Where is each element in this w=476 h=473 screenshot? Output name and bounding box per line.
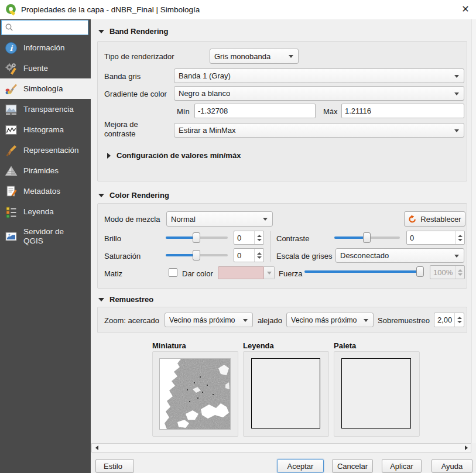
colorize-color-swatch[interactable] <box>218 266 264 279</box>
histogram-icon <box>4 123 18 137</box>
zoom-in-combo[interactable]: Vecino más próximo <box>165 313 253 327</box>
help-button[interactable]: Ayuda <box>432 459 472 473</box>
rendering-icon <box>4 143 18 157</box>
sidebar-item-label: Leyenda <box>23 207 54 217</box>
contrast-slider[interactable] <box>334 232 400 243</box>
titlebar: Propiedades de la capa - dNBR_Final | Si… <box>0 0 476 19</box>
minmax-settings-collapsible[interactable]: Configuración de valores mín/máx <box>107 151 241 160</box>
search-input[interactable] <box>14 23 83 32</box>
sidebar-item-leyenda[interactable]: Leyenda <box>0 201 91 222</box>
apply-button-label: Aplicar <box>390 462 413 471</box>
reset-button[interactable]: Restablecer <box>404 211 465 227</box>
palette-title: Paleta <box>334 341 356 350</box>
oversampling-spinbox[interactable]: 2,00 <box>434 313 464 327</box>
gradient-value: Negro a blanco <box>179 89 230 98</box>
slider-thumb[interactable] <box>193 232 200 243</box>
zoom-in-label: Zoom: acercado <box>104 316 159 325</box>
renderer-type-value: Gris monobanda <box>214 52 270 61</box>
grayscale-combo[interactable]: Desconectado <box>335 248 464 263</box>
sidebar-item-histograma[interactable]: Histograma <box>0 119 91 140</box>
sidebar-item-metadatos[interactable]: Metadatos <box>0 181 91 201</box>
slider-thumb[interactable] <box>363 232 371 243</box>
contrast-value: 0 <box>407 234 455 242</box>
cancel-button[interactable]: Cancelar <box>332 459 373 473</box>
transparency-icon <box>4 102 18 116</box>
brightness-value: 0 <box>234 234 254 242</box>
grayscale-value: Desconectado <box>340 251 389 260</box>
gray-band-combo[interactable]: Banda 1 (Gray) <box>174 68 464 83</box>
vertical-scrollbar[interactable] <box>471 19 476 443</box>
sidebar-item-servidor-qgis[interactable]: Servidor de QGIS <box>0 222 91 251</box>
section-resampling[interactable]: Remuestreo <box>98 295 153 304</box>
section-band-rendering[interactable]: Band Rendering <box>98 27 168 36</box>
strength-slider[interactable] <box>304 266 424 277</box>
grayscale-label: Escala de grises <box>276 252 332 261</box>
legend-title: Leyenda <box>243 341 274 350</box>
slider-thumb[interactable] <box>416 266 424 277</box>
sidebar-item-representacion[interactable]: Representación <box>0 140 91 160</box>
horizontal-scrollbar[interactable] <box>91 443 471 453</box>
sidebar-search[interactable] <box>1 20 88 35</box>
strength-label: Fuerza <box>279 269 302 278</box>
apply-button[interactable]: Aplicar <box>382 459 422 473</box>
ok-button[interactable]: Aceptar <box>277 459 324 473</box>
oversampling-value: 2,00 <box>434 316 454 324</box>
close-icon[interactable]: ✕ <box>458 2 472 16</box>
section-color-rendering[interactable]: Color Rendering <box>98 191 169 200</box>
scroll-left-icon[interactable] <box>92 444 101 452</box>
blend-mode-combo[interactable]: Normal <box>166 211 273 227</box>
cancel-button-label: Cancelar <box>337 462 368 471</box>
oversampling-label: Sobremuestreo <box>378 316 430 325</box>
scroll-right-icon[interactable] <box>461 444 471 452</box>
colorize-checkbox[interactable] <box>169 268 177 277</box>
brightness-slider[interactable] <box>166 232 228 243</box>
sidebar-item-label: Fuente <box>23 64 48 73</box>
max-input[interactable] <box>341 104 464 118</box>
gradient-label: Gradiente de color <box>104 90 167 98</box>
brightness-spinbox[interactable]: 0 <box>234 231 264 245</box>
spin-arrows-icon[interactable] <box>254 249 263 262</box>
sidebar-item-label: Información <box>23 43 65 53</box>
sidebar-item-simbologia[interactable]: Simbología <box>0 78 91 99</box>
brightness-label: Brillo <box>104 234 121 243</box>
collapse-triangle-icon <box>98 194 104 197</box>
sidebar-nav: i Información Fuen <box>0 37 91 251</box>
style-button[interactable]: Estilo <box>95 459 134 473</box>
sidebar: i Información Fuen <box>0 19 91 473</box>
slider-thumb[interactable] <box>193 250 200 261</box>
min-input[interactable] <box>194 104 316 118</box>
min-label: Mín <box>177 107 190 116</box>
renderer-type-combo[interactable]: Gris monobanda <box>210 49 299 64</box>
help-button-label: Ayuda <box>441 462 463 471</box>
sidebar-item-piramides[interactable]: Pirámides <box>0 160 91 181</box>
spin-arrows-icon <box>455 266 464 279</box>
spin-arrows-icon[interactable] <box>454 313 464 327</box>
contrast-enhancement-combo[interactable]: Estirar a MinMax <box>174 123 464 138</box>
section-title: Remuestreo <box>109 295 153 304</box>
saturation-spinbox[interactable]: 0 <box>234 248 264 262</box>
contrast-spinbox[interactable]: 0 <box>406 231 465 245</box>
colorize-color-dropdown[interactable] <box>264 266 275 279</box>
chevron-down-icon <box>289 55 293 58</box>
collapsed-triangle-icon <box>107 153 111 159</box>
layer-properties-dialog: Propiedades de la capa - dNBR_Final | Si… <box>0 0 476 473</box>
zoom-out-combo[interactable]: Vecino más próximo <box>286 313 374 327</box>
strength-spinbox[interactable]: 100% <box>430 265 465 279</box>
chevron-down-icon <box>364 319 368 322</box>
source-icon <box>4 61 18 76</box>
collapse-triangle-icon <box>98 298 104 301</box>
search-icon <box>5 23 14 32</box>
reset-icon <box>408 215 417 224</box>
sidebar-item-label: Representación <box>23 146 79 155</box>
saturation-slider[interactable] <box>166 250 228 261</box>
zoom-out-value: Vecino más próximo <box>291 316 357 324</box>
window-title: Propiedades de la capa - dNBR_Final | Si… <box>21 0 200 19</box>
saturation-label: Saturación <box>104 252 141 261</box>
sidebar-item-fuente[interactable]: Fuente <box>0 58 91 78</box>
gradient-combo[interactable]: Negro a blanco <box>174 86 464 101</box>
sidebar-item-informacion[interactable]: i Información <box>0 37 91 58</box>
spin-arrows-icon[interactable] <box>254 231 263 244</box>
spin-arrows-icon[interactable] <box>455 231 464 244</box>
sidebar-item-transparencia[interactable]: Transparencia <box>0 99 91 119</box>
qgis-logo-icon <box>5 3 18 16</box>
